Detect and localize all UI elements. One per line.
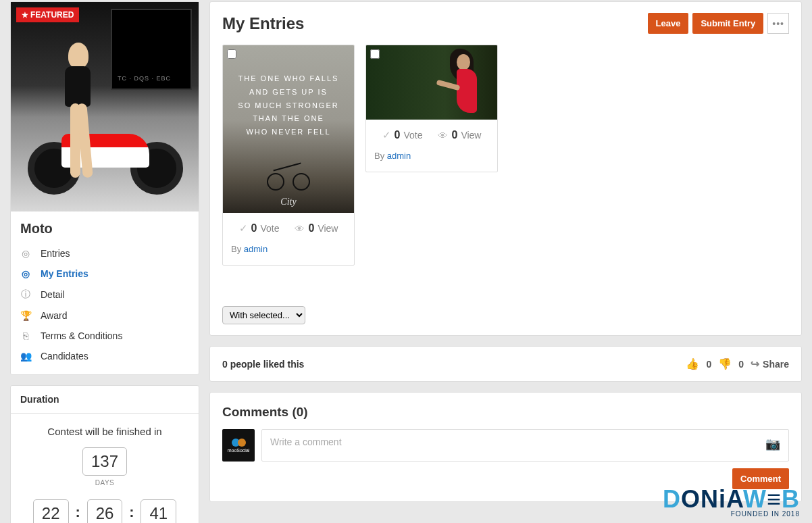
days-count: 137 bbox=[82, 447, 127, 476]
eye-icon: 👁 bbox=[295, 223, 305, 234]
users-icon: 👥 bbox=[20, 351, 31, 362]
comment-input[interactable] bbox=[270, 437, 765, 447]
contest-card: FEATURED TC · DQS · EBC Moto ◎Entries ◎M… bbox=[10, 1, 199, 375]
sec-count: 41 bbox=[141, 499, 176, 523]
entry-author: By admin bbox=[366, 147, 497, 172]
entry-checkbox[interactable] bbox=[227, 49, 236, 59]
featured-badge: FEATURED bbox=[16, 7, 79, 22]
trophy-icon: 🏆 bbox=[20, 310, 31, 321]
contest-title: Moto bbox=[11, 211, 199, 243]
author-link[interactable]: admin bbox=[387, 151, 411, 161]
entry-card[interactable]: THE ONE WHO FALLS AND GETS UP IS SO MUCH… bbox=[222, 45, 355, 266]
entry-image: THE ONE WHO FALLS AND GETS UP IS SO MUCH… bbox=[223, 45, 354, 213]
comments-panel: Comments (0) mooSocial 📷 Comment bbox=[209, 392, 802, 502]
info-icon: ⓘ bbox=[20, 289, 31, 301]
bullseye-icon: ◎ bbox=[20, 248, 31, 259]
share-icon: ↪ bbox=[751, 357, 759, 370]
entry-checkbox[interactable] bbox=[370, 49, 380, 59]
bullseye-icon: ◎ bbox=[20, 268, 31, 279]
author-link[interactable]: admin bbox=[244, 244, 268, 254]
eye-icon: 👁 bbox=[438, 130, 448, 141]
more-button[interactable]: ••• bbox=[767, 13, 789, 34]
nav-entries[interactable]: ◎Entries bbox=[11, 243, 199, 264]
terms-icon: ⎘ bbox=[20, 330, 31, 341]
nav-detail[interactable]: ⓘDetail bbox=[11, 284, 199, 305]
share-button[interactable]: ↪Share bbox=[751, 357, 789, 370]
page-title: My Entries bbox=[222, 14, 304, 33]
submit-entry-button[interactable]: Submit Entry bbox=[692, 13, 763, 34]
nav-award[interactable]: 🏆Award bbox=[11, 305, 199, 326]
likes-panel: 0 people liked this 👍 0 👎 0 ↪Share bbox=[209, 346, 802, 382]
entry-quote: THE ONE WHO FALLS AND GETS UP IS SO MUCH… bbox=[223, 72, 354, 139]
days-label: DAYS bbox=[82, 479, 127, 487]
contest-image: FEATURED TC · DQS · EBC bbox=[11, 2, 199, 211]
leave-button[interactable]: Leave bbox=[648, 13, 689, 34]
comment-button[interactable]: Comment bbox=[732, 468, 789, 489]
thumbs-down-icon[interactable]: 👎 bbox=[718, 357, 732, 370]
entry-image bbox=[366, 45, 497, 120]
entries-panel: My Entries Leave Submit Entry ••• THE ON… bbox=[209, 1, 802, 336]
check-icon: ✓ bbox=[382, 129, 391, 141]
thumbs-up-icon[interactable]: 👍 bbox=[686, 357, 699, 370]
nav-candidates[interactable]: 👥Candidates bbox=[11, 346, 199, 366]
sidebar-nav: ◎Entries ◎My Entries ⓘDetail 🏆Award ⎘Ter… bbox=[11, 243, 199, 374]
entry-author: By admin bbox=[223, 240, 354, 265]
min-count: 26 bbox=[87, 499, 123, 523]
nav-my-entries[interactable]: ◎My Entries bbox=[11, 264, 199, 284]
duration-message: Contest will be finished in bbox=[18, 426, 192, 437]
like-count: 0 bbox=[706, 359, 711, 370]
likes-text: 0 people liked this bbox=[222, 359, 304, 370]
entry-card[interactable]: ✓0Vote 👁0View By admin bbox=[365, 45, 498, 172]
dislike-count: 0 bbox=[738, 359, 744, 370]
duration-panel: Duration Contest will be finished in 137… bbox=[10, 385, 199, 523]
bulk-action-select[interactable]: With selected... bbox=[222, 306, 305, 324]
camera-icon[interactable]: 📷 bbox=[765, 437, 780, 451]
comments-title: Comments (0) bbox=[222, 405, 789, 420]
check-icon: ✓ bbox=[239, 222, 248, 234]
duration-header: Duration bbox=[11, 386, 199, 414]
nav-terms[interactable]: ⎘Terms & Conditions bbox=[11, 326, 199, 346]
hrs-count: 22 bbox=[33, 499, 69, 523]
comment-box: 📷 bbox=[261, 429, 789, 462]
avatar: mooSocial bbox=[222, 429, 255, 462]
